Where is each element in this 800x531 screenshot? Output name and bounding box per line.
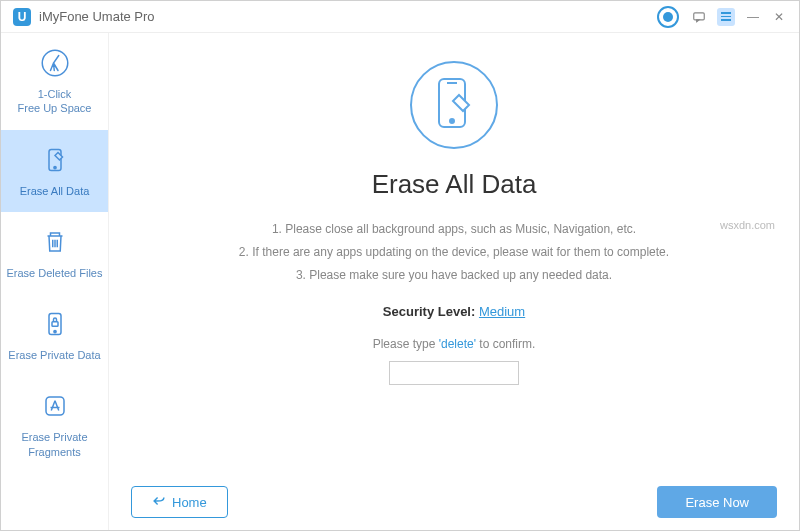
user-avatar-icon[interactable] xyxy=(657,6,679,28)
home-button-label: Home xyxy=(172,495,207,510)
sidebar: 1-Click Free Up Space Erase All Data xyxy=(1,33,109,530)
sidebar-item-label: 1-Click Free Up Space xyxy=(18,87,92,116)
titlebar-left: U iMyFone Umate Pro xyxy=(13,8,155,26)
menu-icon[interactable] xyxy=(717,8,735,26)
sidebar-item-erase-deleted-files[interactable]: Erase Deleted Files xyxy=(1,212,108,294)
app-title: iMyFone Umate Pro xyxy=(39,9,155,24)
instruction-line: 1. Please close all background apps, suc… xyxy=(239,218,669,241)
confirm-prefix: Please type xyxy=(373,337,436,351)
confirm-keyword: 'delete' xyxy=(439,337,476,351)
security-level-label: Security Level: xyxy=(383,304,476,319)
sidebar-item-label: Erase Deleted Files xyxy=(7,266,103,280)
security-level-row: Security Level: Medium xyxy=(383,304,525,319)
app-logo-icon: U xyxy=(13,8,31,26)
main-panel: wsxdn.com Erase All Data 1. Please close xyxy=(109,33,799,530)
app-window: U iMyFone Umate Pro — ✕ xyxy=(0,0,800,531)
body-area: 1-Click Free Up Space Erase All Data xyxy=(1,33,799,530)
phone-erase-icon xyxy=(37,142,73,178)
titlebar: U iMyFone Umate Pro — ✕ xyxy=(1,1,799,33)
svg-point-9 xyxy=(450,119,454,123)
titlebar-right: — ✕ xyxy=(657,6,787,28)
hero-phone-erase-icon xyxy=(410,61,498,149)
footer: Home Erase Now xyxy=(109,474,799,530)
minimize-icon[interactable]: — xyxy=(745,9,761,25)
sidebar-item-erase-private-data[interactable]: Erase Private Data xyxy=(1,294,108,376)
broom-icon xyxy=(37,45,73,81)
svg-point-5 xyxy=(53,331,55,333)
app-store-icon xyxy=(37,388,73,424)
svg-point-1 xyxy=(42,50,68,76)
confirm-text: Please type 'delete' to confirm. xyxy=(373,337,536,351)
sidebar-item-label: Erase Private Fragments xyxy=(21,430,87,459)
window-controls: — ✕ xyxy=(691,8,787,26)
content: Erase All Data 1. Please close all backg… xyxy=(109,33,799,474)
instruction-line: 2. If there are any apps updating on the… xyxy=(239,241,669,264)
close-icon[interactable]: ✕ xyxy=(771,9,787,25)
sidebar-item-label: Erase Private Data xyxy=(8,348,100,362)
confirm-input[interactable] xyxy=(389,361,519,385)
erase-now-button-label: Erase Now xyxy=(685,495,749,510)
svg-rect-6 xyxy=(52,322,58,327)
instructions: 1. Please close all background apps, suc… xyxy=(239,218,669,286)
sidebar-item-erase-all-data[interactable]: Erase All Data xyxy=(1,130,108,212)
svg-rect-0 xyxy=(694,12,705,19)
home-button[interactable]: Home xyxy=(131,486,228,518)
erase-now-button[interactable]: Erase Now xyxy=(657,486,777,518)
page-heading: Erase All Data xyxy=(372,169,537,200)
phone-lock-icon xyxy=(37,306,73,342)
instruction-line: 3. Please make sure you have backed up a… xyxy=(239,264,669,287)
confirm-suffix: to confirm. xyxy=(479,337,535,351)
sidebar-item-free-up-space[interactable]: 1-Click Free Up Space xyxy=(1,33,108,130)
svg-rect-7 xyxy=(46,397,64,415)
watermark: wsxdn.com xyxy=(720,219,775,231)
security-level-link[interactable]: Medium xyxy=(479,304,525,319)
back-arrow-icon xyxy=(152,495,166,510)
svg-point-3 xyxy=(53,166,55,168)
sidebar-item-erase-private-fragments[interactable]: Erase Private Fragments xyxy=(1,376,108,473)
sidebar-item-label: Erase All Data xyxy=(20,184,90,198)
feedback-icon[interactable] xyxy=(691,9,707,25)
trash-icon xyxy=(37,224,73,260)
